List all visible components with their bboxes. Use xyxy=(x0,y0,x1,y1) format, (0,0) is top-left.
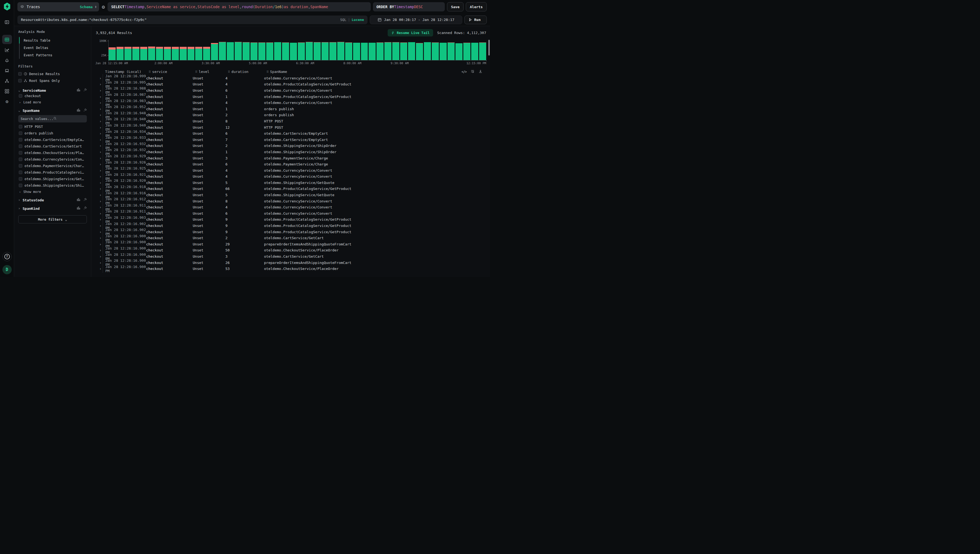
table-row[interactable]: ›Jan 28 12:28:16.988 PMcheckoutUnset6ote… xyxy=(96,88,486,94)
filter-value-row[interactable]: oteldemo.ShippingService/Get… xyxy=(19,175,87,182)
sql-orderby-input[interactable]: ORDER BY Timestamp DESC xyxy=(373,2,445,11)
checkbox[interactable] xyxy=(19,138,22,142)
column-header-duration[interactable]: ⠿duration xyxy=(228,70,266,74)
filter-group-header-servicename[interactable]: ⌄ServiceName xyxy=(18,88,87,92)
histogram-plot-area[interactable]: 25K100K xyxy=(108,40,486,60)
resume-live-tail-button[interactable]: Resume Live Tail xyxy=(388,29,433,37)
filter-toggle[interactable]: Denoise Results xyxy=(18,70,87,77)
group-chart-icon[interactable] xyxy=(77,198,80,202)
chart-explorer-nav-icon[interactable] xyxy=(2,45,12,54)
drag-handle-icon[interactable]: ⠿ xyxy=(266,70,269,74)
table-row[interactable]: ›Jan 28 12:28:16.934 PMcheckoutUnset6ote… xyxy=(96,131,486,137)
checkbox[interactable] xyxy=(19,131,22,135)
lang-lucene-option[interactable]: Lucene xyxy=(352,18,364,22)
save-button[interactable]: Save xyxy=(447,2,464,11)
table-row[interactable]: ›Jan 28 12:28:16.900 PMcheckoutUnset2ote… xyxy=(96,235,486,241)
filter-toggle[interactable]: Root Spans Only xyxy=(18,77,87,84)
drag-handle-icon[interactable]: ⠿ xyxy=(149,70,151,74)
column-header-level[interactable]: ⠿level xyxy=(195,70,228,74)
filter-value-row[interactable]: oteldemo.PaymentService/Char… xyxy=(19,162,87,169)
table-row[interactable]: ›Jan 28 12:28:16.900 PMcheckoutUnset26pr… xyxy=(96,259,486,266)
table-row[interactable]: ›Jan 28 12:28:16.903 PMcheckoutUnset9ote… xyxy=(96,217,486,223)
group-chart-icon[interactable] xyxy=(77,206,80,211)
drag-handle-icon[interactable]: ⠿ xyxy=(228,70,230,74)
checkbox[interactable] xyxy=(19,125,22,129)
filter-show-more[interactable]: ›Show more xyxy=(18,189,87,194)
filter-value-row[interactable]: oteldemo.ProductCatalogServi… xyxy=(19,169,87,175)
table-row[interactable]: ›Jan 28 12:28:16.900 PMcheckoutUnset3ote… xyxy=(96,253,486,259)
group-chart-icon[interactable] xyxy=(77,108,80,113)
filter-value-row[interactable]: oteldemo.ShippingService/Shi… xyxy=(19,182,87,189)
table-row[interactable]: ›Jan 28 12:28:16.911 PMcheckoutUnset6ote… xyxy=(96,210,486,217)
search-results-nav-icon[interactable] xyxy=(2,35,12,44)
group-pin-icon[interactable] xyxy=(83,108,87,113)
table-row[interactable]: ›Jan 28 12:28:16.916 PMcheckoutUnset5ote… xyxy=(96,192,486,198)
collapse-panel-icon[interactable] xyxy=(2,18,12,27)
checkbox[interactable] xyxy=(19,145,22,148)
checkbox[interactable] xyxy=(19,158,22,161)
checkbox[interactable] xyxy=(18,79,22,83)
column-header-service[interactable]: ⠿service xyxy=(149,70,195,74)
table-row[interactable]: ›Jan 28 12:28:16.983 PMcheckoutUnset4ote… xyxy=(96,100,486,106)
group-pin-icon[interactable] xyxy=(83,198,87,202)
run-button[interactable]: Run xyxy=(464,16,487,24)
table-row[interactable]: ›Jan 28 12:28:16.940 PMcheckoutUnset12HT… xyxy=(96,124,486,131)
group-pin-icon[interactable] xyxy=(83,206,87,211)
group-chart-icon[interactable] xyxy=(77,88,80,92)
more-filters-button[interactable]: More filters⌄ xyxy=(18,215,87,223)
sessions-nav-icon[interactable] xyxy=(2,66,12,75)
table-row[interactable]: ›Jan 28 12:28:16.929 PMcheckoutUnset3ote… xyxy=(96,155,486,161)
checkbox[interactable] xyxy=(19,164,22,168)
checkbox[interactable] xyxy=(19,151,22,154)
filter-group-header-spanname[interactable]: ⌄SpanName xyxy=(18,108,87,113)
user-avatar[interactable]: D xyxy=(2,265,12,274)
analysis-mode-item[interactable]: Event Deltas xyxy=(20,44,87,51)
query-settings-gear-icon[interactable]: ⚙ xyxy=(101,4,105,10)
table-row[interactable]: ›Jan 28 12:28:16.925 PMcheckoutUnset4ote… xyxy=(96,167,486,174)
filter-group-header-statuscode[interactable]: ›StatusCode xyxy=(18,198,87,202)
table-row[interactable]: ›Jan 28 12:28:16.911 PMcheckoutUnset4ote… xyxy=(96,204,486,210)
table-row[interactable]: ›Jan 28 12:28:16.921 PMcheckoutUnset4ote… xyxy=(96,174,486,180)
table-row[interactable]: ›Jan 28 12:28:16.933 PMcheckoutUnset7ote… xyxy=(96,137,486,143)
filter-value-row[interactable]: oteldemo.CurrencyService/Con… xyxy=(19,156,87,162)
alerts-button[interactable]: Alerts xyxy=(466,2,487,11)
drag-handle-icon[interactable]: ⠿ xyxy=(195,70,198,74)
view-code-icon[interactable]: </> xyxy=(461,70,467,74)
table-row[interactable]: ›Jan 28 12:28:16.940 PMcheckoutUnset8HTT… xyxy=(96,118,486,124)
table-row[interactable]: ›Jan 28 12:28:16.926 PMcheckoutUnset6ote… xyxy=(96,161,486,167)
wrap-lines-icon[interactable] xyxy=(471,69,475,74)
filter-value-row[interactable]: HTTP POST xyxy=(19,123,87,130)
sql-select-input[interactable]: SELECT Timestamp, ServiceName as service… xyxy=(108,2,370,11)
column-header-spanname[interactable]: ⠿SpanName xyxy=(266,70,461,74)
checkbox[interactable] xyxy=(19,177,22,181)
lang-sql-option[interactable]: SQL xyxy=(340,18,347,22)
alerts-nav-icon[interactable] xyxy=(2,56,12,65)
filter-value-row[interactable]: checkout xyxy=(19,92,87,99)
checkbox[interactable] xyxy=(19,94,22,98)
group-pin-icon[interactable] xyxy=(83,88,87,92)
column-header-timestamp-local-[interactable]: Timestamp (Local) xyxy=(105,70,149,74)
table-row[interactable]: ›Jan 28 12:28:16.987 PMcheckoutUnset1ote… xyxy=(96,94,486,100)
table-row[interactable]: ›Jan 28 12:28:16.999 PMcheckoutUnset4ote… xyxy=(96,75,486,81)
source-selector[interactable]: Traces Schema ▲▼ xyxy=(18,2,99,11)
service-map-nav-icon[interactable] xyxy=(2,76,12,86)
table-row[interactable]: ›Jan 28 12:28:16.902 PMcheckoutUnset9ote… xyxy=(96,229,486,235)
language-toggle[interactable]: SQL|Lucene xyxy=(340,18,364,22)
table-row[interactable]: ›Jan 28 12:28:16.900 PMcheckoutUnset29pr… xyxy=(96,241,486,247)
dashboards-nav-icon[interactable] xyxy=(2,86,12,96)
table-row[interactable]: ›Jan 28 12:28:16.948 PMcheckoutUnset2ord… xyxy=(96,112,486,118)
settings-nav-icon[interactable]: ⚙ xyxy=(2,97,12,106)
checkbox[interactable] xyxy=(19,170,22,174)
schema-button[interactable]: Schema xyxy=(80,5,92,9)
help-icon[interactable]: ? xyxy=(2,252,12,261)
analysis-mode-item[interactable]: Results Table xyxy=(20,37,87,44)
filter-search-input[interactable]: Search values... xyxy=(18,115,87,123)
app-logo-icon[interactable] xyxy=(3,2,11,11)
table-row[interactable]: ›Jan 28 12:28:16.902 PMcheckoutUnset9ote… xyxy=(96,223,486,229)
checkbox[interactable] xyxy=(19,184,22,187)
table-row[interactable]: ›Jan 28 12:28:16.995 PMcheckoutUnset4ote… xyxy=(96,81,486,88)
download-icon[interactable] xyxy=(478,69,482,74)
filter-load-more[interactable]: ›Load more xyxy=(18,99,87,104)
table-row[interactable]: ›Jan 28 12:28:16.900 PMcheckoutUnset53ot… xyxy=(96,266,486,272)
analysis-mode-item[interactable]: Event Patterns xyxy=(20,51,87,59)
